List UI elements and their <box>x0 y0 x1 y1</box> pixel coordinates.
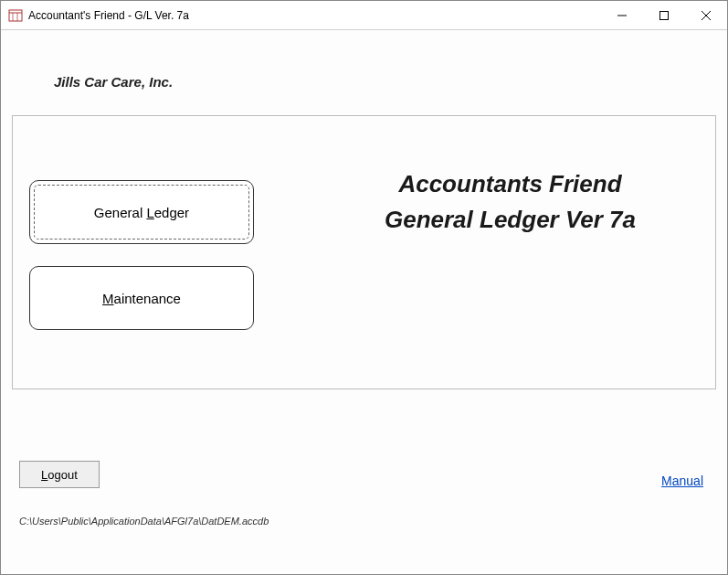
window-controls <box>601 1 727 29</box>
database-path-label: C:\Users\Public\ApplicationData\AFGl7a\D… <box>19 516 716 527</box>
general-ledger-button[interactable]: General Ledger <box>29 180 254 244</box>
button-label: General Ledger <box>94 205 189 220</box>
minimize-button[interactable] <box>601 1 643 29</box>
maximize-button[interactable] <box>643 1 685 29</box>
app-icon <box>8 8 23 23</box>
svg-rect-0 <box>9 10 22 21</box>
titlebar: Accountant's Friend - G/L Ver. 7a <box>1 1 727 30</box>
logout-button[interactable]: Logout <box>19 461 100 488</box>
headline-line-1: Accountants Friend <box>314 166 706 202</box>
app-window: Accountant's Friend - G/L Ver. 7a Jills … <box>0 0 728 575</box>
headline-line-2: General Ledger Ver 7a <box>314 202 706 238</box>
button-label: Maintenance <box>102 291 181 306</box>
window-title: Accountant's Friend - G/L Ver. 7a <box>28 9 601 22</box>
footer-row: Logout Manual <box>12 461 716 488</box>
main-panel: General Ledger Maintenance Accountants F… <box>12 115 716 389</box>
manual-link[interactable]: Manual <box>661 474 703 488</box>
svg-rect-5 <box>660 11 669 19</box>
maintenance-button[interactable]: Maintenance <box>29 266 254 330</box>
nav-button-group: General Ledger Maintenance <box>29 180 254 330</box>
close-button[interactable] <box>685 1 727 29</box>
app-headline: Accountants Friend General Ledger Ver 7a <box>314 166 706 238</box>
company-name-label: Jills Car Care, Inc. <box>54 74 716 90</box>
client-area: Jills Car Care, Inc. General Ledger Main… <box>1 30 727 574</box>
button-label: Logout <box>41 468 78 482</box>
